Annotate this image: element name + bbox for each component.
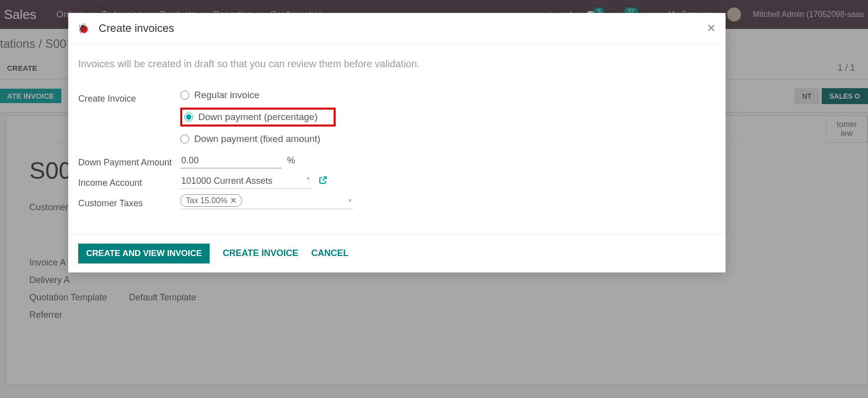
close-icon[interactable]: ✕ [707, 22, 716, 35]
modal-hint: Invoices will be created in draft so tha… [78, 58, 716, 70]
radio-regular-label: Regular invoice [194, 90, 259, 101]
create-invoices-modal: 🐞 Create invoices ✕ Invoices will be cre… [68, 13, 726, 272]
down-payment-input[interactable] [180, 153, 282, 168]
modal-body: Invoices will be created in draft so tha… [68, 44, 726, 234]
chevron-down-icon: ▼ [348, 198, 353, 203]
cancel-button[interactable]: CANCEL [311, 248, 349, 259]
radio-fixed-label: Down payment (fixed amount) [194, 133, 320, 144]
radio-percentage-input[interactable] [184, 113, 193, 122]
percent-symbol: % [287, 155, 295, 165]
modal-footer: CREATE AND VIEW INVOICE CREATE INVOICE C… [68, 234, 726, 272]
bug-icon[interactable]: 🐞 [77, 22, 90, 34]
income-account-label: Income Account [78, 174, 180, 189]
radio-regular[interactable]: Regular invoice [180, 90, 716, 101]
invoice-method-radio-group: Regular invoice Down payment (percentage… [180, 90, 716, 144]
external-link-icon[interactable] [319, 176, 327, 187]
chevron-down-icon: ▼ [306, 176, 311, 186]
create-and-view-invoice-button[interactable]: CREATE AND VIEW INVOICE [78, 244, 210, 264]
radio-percentage[interactable]: Down payment (percentage) [184, 112, 318, 123]
row-down-payment-amount: Down Payment Amount % [78, 153, 716, 169]
row-customer-taxes: Customer Taxes Tax 15.00% ✕ ▼ [78, 194, 716, 210]
tax-tag-label: Tax 15.00% [186, 196, 228, 205]
radio-fixed[interactable]: Down payment (fixed amount) [180, 133, 716, 144]
income-account-select[interactable]: 101000 Current Assets ▼ [180, 174, 312, 189]
create-invoice-label: Create Invoice [78, 90, 180, 105]
row-create-invoice: Create Invoice Regular invoice Down paym… [78, 90, 716, 144]
income-account-value: 101000 Current Assets [181, 176, 272, 186]
tag-remove-icon[interactable]: ✕ [230, 196, 237, 205]
modal-title: Create invoices [99, 22, 174, 35]
modal-header: 🐞 Create invoices ✕ [68, 13, 726, 44]
customer-taxes-label: Customer Taxes [78, 194, 180, 210]
tax-tag[interactable]: Tax 15.00% ✕ [180, 194, 242, 207]
radio-fixed-input[interactable] [180, 134, 189, 143]
taxes-field[interactable]: Tax 15.00% ✕ ▼ [180, 194, 353, 209]
highlight-box: Down payment (percentage) [180, 108, 336, 127]
radio-regular-input[interactable] [180, 91, 189, 100]
row-income-account: Income Account 101000 Current Assets ▼ [78, 174, 716, 189]
create-invoice-button[interactable]: CREATE INVOICE [223, 248, 298, 259]
radio-percentage-label: Down payment (percentage) [198, 112, 318, 123]
down-payment-label: Down Payment Amount [78, 153, 180, 169]
